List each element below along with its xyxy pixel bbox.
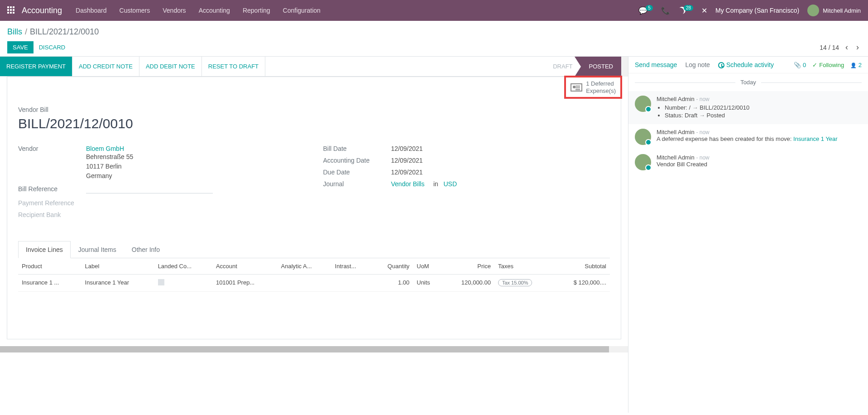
tabs: Invoice Lines Journal Items Other Info <box>18 241 610 258</box>
avatar <box>807 5 819 16</box>
nav-brand[interactable]: Accounting <box>22 6 62 15</box>
message-author[interactable]: Mitchell Admin <box>657 129 695 135</box>
user-name: Mitchell Admin <box>823 7 861 14</box>
cell-uom[interactable]: Units <box>413 275 442 292</box>
nav-reporting[interactable]: Reporting <box>243 7 270 14</box>
cell-taxes[interactable]: Tax 15.00% <box>494 275 553 292</box>
th-taxes[interactable]: Taxes <box>494 258 553 275</box>
deferred-expense-link[interactable]: Insurance 1 Year <box>793 135 838 142</box>
bill-date-value[interactable]: 12/09/2021 <box>391 145 610 152</box>
message-author[interactable]: Mitchell Admin <box>657 96 695 102</box>
log-note-button[interactable]: Log note <box>685 61 710 68</box>
journal-label: Journal <box>323 180 391 188</box>
cell-price[interactable]: 120,000.00 <box>442 275 494 292</box>
th-subtotal[interactable]: Subtotal <box>553 258 610 275</box>
today-separator: Today <box>628 79 868 86</box>
activities-icon[interactable]: 28 <box>678 7 693 14</box>
cell-analytic[interactable] <box>278 275 331 292</box>
vendor-link[interactable]: Bloem GmbH <box>86 145 305 152</box>
th-landed[interactable]: Landed Co... <box>154 258 212 275</box>
vendor-addr2: 10117 Berlin <box>86 162 305 171</box>
nav-configuration[interactable]: Configuration <box>283 7 321 14</box>
table-row[interactable]: Insurance 1 ... Insurance 1 Year 101001 … <box>18 275 610 292</box>
currency-link[interactable]: USD <box>443 180 457 188</box>
company-switcher[interactable]: My Company (San Francisco) <box>715 7 799 14</box>
schedule-activity-button[interactable]: Schedule activity <box>718 61 774 68</box>
th-quantity[interactable]: Quantity <box>372 258 413 275</box>
message-time: - now <box>696 129 709 135</box>
vendor-addr3: Germany <box>86 171 305 181</box>
tax-chip[interactable]: Tax 15.00% <box>498 279 532 286</box>
pager-next-icon[interactable]: › <box>854 43 861 52</box>
add-debit-note-button[interactable]: ADD DEBIT NOTE <box>139 57 202 76</box>
register-payment-button[interactable]: REGISTER PAYMENT <box>0 57 72 76</box>
cell-intrastat[interactable] <box>331 275 372 292</box>
followers-button[interactable]: 2 <box>850 62 862 68</box>
landed-checkbox[interactable] <box>158 279 164 285</box>
nav-menu: Dashboard Customers Vendors Accounting R… <box>76 7 321 14</box>
bill-reference-input[interactable] <box>86 185 213 193</box>
form-sheet: 1 Deferred Expense(s) Vendor Bill BILL/2… <box>7 77 621 339</box>
pager-prev-icon[interactable]: ‹ <box>844 43 850 52</box>
deferred-expense-stat-button[interactable]: 1 Deferred Expense(s) <box>564 76 622 99</box>
reset-to-draft-button[interactable]: RESET TO DRAFT <box>202 57 265 76</box>
nav-vendors[interactable]: Vendors <box>163 7 186 14</box>
tab-other-info[interactable]: Other Info <box>124 241 168 258</box>
cell-qty[interactable]: 1.00 <box>372 275 413 292</box>
save-button[interactable]: SAVE <box>7 41 34 53</box>
messages-icon[interactable]: 💬5 <box>638 6 653 15</box>
avatar <box>635 154 651 170</box>
phone-icon[interactable]: 📞 <box>661 6 670 15</box>
tab-invoice-lines[interactable]: Invoice Lines <box>18 241 71 258</box>
accounting-date-label: Accounting Date <box>323 157 391 164</box>
th-analytic[interactable]: Analytic A... <box>278 258 331 275</box>
cell-product[interactable]: Insurance 1 ... <box>18 275 82 292</box>
tab-journal-items[interactable]: Journal Items <box>71 241 124 258</box>
journal-link[interactable]: Vendor Bills <box>391 180 425 188</box>
following-button[interactable]: Following <box>812 62 844 68</box>
th-intrastat[interactable]: Intrast... <box>331 258 372 275</box>
horizontal-scrollbar[interactable] <box>0 346 628 352</box>
th-product[interactable]: Product <box>18 258 82 275</box>
breadcrumb: Bills / BILL/2021/12/0010 <box>7 27 861 37</box>
nav-accounting[interactable]: Accounting <box>199 7 230 14</box>
vendor-label: Vendor <box>18 145 86 181</box>
scrollbar[interactable] <box>621 57 628 77</box>
journal-in: in <box>433 180 438 188</box>
vendor-addr1: Behrenstraße 55 <box>86 152 305 162</box>
invoice-lines-table: Product Label Landed Co... Account Analy… <box>18 258 610 292</box>
bill-reference-label: Bill Reference <box>18 185 86 195</box>
recipient-bank-label: Recipient Bank <box>18 211 86 218</box>
status-posted[interactable]: POSTED <box>581 57 621 76</box>
pager: 14 / 14 ‹ › <box>820 43 861 52</box>
add-credit-note-button[interactable]: ADD CREDIT NOTE <box>72 57 139 76</box>
nav-dashboard[interactable]: Dashboard <box>76 7 107 14</box>
nav-customers[interactable]: Customers <box>120 7 150 14</box>
attachments-button[interactable]: 📎 0 <box>794 62 806 68</box>
user-menu[interactable]: Mitchell Admin <box>807 5 861 16</box>
accounting-date-value[interactable]: 12/09/2021 <box>391 157 610 164</box>
due-date-value[interactable]: 12/09/2021 <box>391 169 610 176</box>
th-label[interactable]: Label <box>82 258 154 275</box>
send-message-button[interactable]: Send message <box>635 61 677 68</box>
chatter-topbar: Send message Log note Schedule activity … <box>628 57 868 73</box>
th-price[interactable]: Price <box>442 258 494 275</box>
cell-label[interactable]: Insurance 1 Year <box>82 275 154 292</box>
message-time: - now <box>696 154 709 161</box>
cell-account[interactable]: 101001 Prep... <box>212 275 278 292</box>
discard-button[interactable]: DISCARD <box>34 41 71 53</box>
control-panel: Bills / BILL/2021/12/0010 SAVE DISCARD 1… <box>0 21 868 57</box>
breadcrumb-root[interactable]: Bills <box>7 27 22 37</box>
close-icon[interactable]: ✕ <box>701 6 707 15</box>
pager-text[interactable]: 14 / 14 <box>820 44 839 51</box>
cell-landed[interactable] <box>154 275 212 292</box>
stat-line2: Expense(s) <box>586 87 616 95</box>
apps-icon[interactable] <box>7 6 15 14</box>
avatar <box>635 96 651 112</box>
th-account[interactable]: Account <box>212 258 278 275</box>
cell-subtotal[interactable]: $ 120,000.... <box>553 275 610 292</box>
message: Mitchell Admin - now A deferred expense … <box>628 124 868 150</box>
th-uom[interactable]: UoM <box>413 258 442 275</box>
clock-icon <box>718 62 724 68</box>
message-author[interactable]: Mitchell Admin <box>657 154 695 161</box>
